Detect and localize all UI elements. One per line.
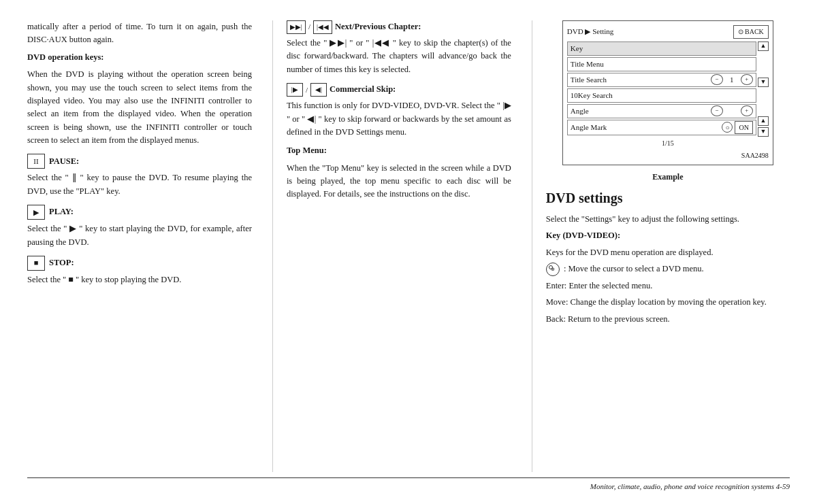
next-chapter-icon: ▶▶| xyxy=(287,20,306,34)
move-desc: Move: Change the display location by mov… xyxy=(546,296,790,309)
title-search-minus[interactable]: − xyxy=(711,74,723,85)
top-menu-body: When the "Top Menu" key is selected in t… xyxy=(287,162,511,201)
menu-item-title-menu-label: Title Menu xyxy=(571,58,604,70)
page-number: 1/15 xyxy=(567,138,769,149)
next-prev-heading-row: ▶▶| / |◀◀ Next/Previous Chapter: xyxy=(287,20,511,34)
next-prev-icons: ▶▶| / |◀◀ xyxy=(287,20,332,34)
angle-plus[interactable]: + xyxy=(741,105,753,116)
dvd-settings-title: DVD settings xyxy=(546,188,790,209)
title-search-controls: − 1 + xyxy=(711,74,753,86)
play-icon: ▶ xyxy=(27,205,45,220)
menu-item-angle[interactable]: Angle − + xyxy=(567,104,756,118)
controller-icon-wrap: ⊕ xyxy=(546,263,560,276)
dvd-keys-body: When the DVD is playing without the oper… xyxy=(27,68,252,147)
nav-next-btn[interactable]: ▼ xyxy=(758,127,769,137)
dvd-setting-label: DVD ▶ Setting xyxy=(567,26,614,37)
angle-minus[interactable]: − xyxy=(711,105,723,116)
dvd-keys-heading: DVD operation keys: xyxy=(27,51,252,64)
nav-prev-btn[interactable]: ▲ xyxy=(758,116,769,126)
example-label: Example xyxy=(546,171,790,184)
top-menu-heading: Top Menu: xyxy=(287,144,511,157)
menu-item-key-label: Key xyxy=(571,43,583,54)
stop-body: Select the " ■ " key to stop playing the… xyxy=(27,273,252,286)
menu-item-angle-label: Angle xyxy=(571,105,589,117)
menu-item-key[interactable]: Key xyxy=(567,41,756,56)
scroll-down-btn[interactable]: ▼ xyxy=(758,78,769,87)
commercial-label: Commercial Skip: xyxy=(330,83,396,96)
stop-icon: ■ xyxy=(27,256,45,271)
footer-right: Monitor, climate, audio, phone and voice… xyxy=(590,482,790,490)
commercial-icons: |▶ / ◀| xyxy=(287,83,327,97)
back-button[interactable]: ⊙ BACK xyxy=(733,25,769,39)
right-column: DVD ▶ Setting ⊙ BACK Key Title xyxy=(539,20,790,472)
play-section: ▶ PLAY: xyxy=(27,205,252,220)
menu-item-10key-label: 10Key Search xyxy=(571,90,613,101)
settings-intro: Select the "Settings" key to adjust the … xyxy=(546,213,790,226)
angle-mark-radio[interactable]: ○ xyxy=(722,122,733,133)
play-label: PLAY: xyxy=(49,205,74,218)
nav-btns: ▲ ▼ xyxy=(758,116,769,137)
left-column: matically after a period of time. To tur… xyxy=(27,20,266,472)
dvd-diagram: DVD ▶ Setting ⊙ BACK Key Title xyxy=(562,20,773,165)
menu-item-title-search[interactable]: Title Search − 1 + xyxy=(567,73,756,87)
commercial-body: This function is only for DVD-VIDEO, DVD… xyxy=(287,99,511,139)
commercial-fwd-icon: |▶ xyxy=(287,83,303,97)
content-area: matically after a period of time. To tur… xyxy=(27,20,790,472)
menu-item-10key[interactable]: 10Key Search xyxy=(567,88,756,103)
menu-item-angle-mark-label: Angle Mark xyxy=(571,122,607,133)
divider-mid-right xyxy=(532,20,532,472)
pause-section: II PAUSE: xyxy=(27,154,252,169)
commercial-back-icon: ◀| xyxy=(310,83,327,97)
controller-inner xyxy=(549,265,553,269)
scroll-area: ▲ ▼ ▲ ▼ xyxy=(758,41,769,137)
angle-controls: − + xyxy=(711,105,753,116)
pause-body: Select the " ‖ " key to pause the DVD. T… xyxy=(27,171,252,198)
stop-label: STOP: xyxy=(49,256,74,269)
angle-mark-controls: ○ ON xyxy=(722,121,752,135)
mid-column: ▶▶| / |◀◀ Next/Previous Chapter: Select … xyxy=(280,20,525,472)
title-search-value: 1 xyxy=(725,74,739,86)
menu-item-title-menu[interactable]: Title Menu xyxy=(567,57,756,71)
next-prev-body: Select the " ▶▶| " or " |◀◀ " key to ski… xyxy=(287,37,511,76)
controller-desc-row: ⊕ : Move the cursor to select a DVD menu… xyxy=(546,263,790,276)
play-body: Select the " ▶ " key to start playing th… xyxy=(27,222,252,249)
prev-chapter-icon: |◀◀ xyxy=(313,20,332,34)
intro-text: matically after a period of time. To tur… xyxy=(27,20,252,47)
menu-list: Key Title Menu Title Search − 1 xyxy=(567,41,756,137)
page-footer: Monitor, climate, audio, phone and voice… xyxy=(27,477,790,490)
back-desc: Back: Return to the previous screen. xyxy=(546,313,790,326)
enter-desc: Enter: Enter the selected menu. xyxy=(546,280,790,292)
menu-item-title-search-label: Title Search xyxy=(571,74,607,86)
menu-item-angle-mark[interactable]: Angle Mark ○ ON xyxy=(567,120,756,136)
controller-desc: : Move the cursor to select a DVD menu. xyxy=(564,264,704,273)
angle-mark-on[interactable]: ON xyxy=(735,121,752,135)
key-dvd-heading: Key (DVD-VIDEO): xyxy=(546,229,790,242)
pause-icon: II xyxy=(27,154,45,169)
commercial-heading-row: |▶ / ◀| Commercial Skip: xyxy=(287,83,511,97)
stop-section: ■ STOP: xyxy=(27,256,252,271)
scroll-up-btn[interactable]: ▲ xyxy=(758,41,769,51)
pause-label: PAUSE: xyxy=(49,155,79,168)
key-dvd-body: Keys for the DVD menu operation are disp… xyxy=(546,246,790,259)
back-arrow: ⊙ xyxy=(738,27,743,37)
back-text: BACK xyxy=(745,27,764,37)
diagram-header: DVD ▶ Setting ⊙ BACK xyxy=(567,25,769,39)
saa-code: SAA2498 xyxy=(567,150,769,161)
menu-area: Key Title Menu Title Search − 1 xyxy=(567,41,769,137)
next-prev-label: Next/Previous Chapter: xyxy=(335,20,421,33)
controller-icon: ⊕ xyxy=(546,263,560,276)
divider-left-mid xyxy=(272,20,273,472)
title-search-plus[interactable]: + xyxy=(741,74,753,85)
page-container: matically after a period of time. To tur… xyxy=(0,0,817,504)
